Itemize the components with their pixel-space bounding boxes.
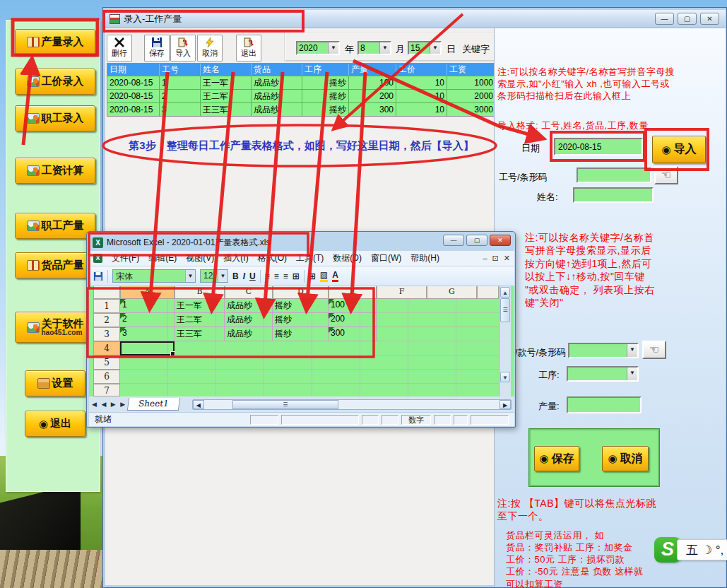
bold-icon[interactable]: B — [232, 271, 239, 281]
exit-button-toolbar[interactable]: 退出 — [236, 35, 261, 61]
align-center-icon[interactable]: ≡ — [274, 271, 279, 281]
row-header-4[interactable]: 4 — [93, 341, 120, 355]
sidebar-item-exit[interactable]: ◉退出 — [25, 411, 85, 437]
corner-select-all[interactable] — [93, 286, 120, 299]
scroll-up-icon[interactable]: ▲ — [500, 287, 510, 298]
save-button[interactable]: 保存 — [144, 35, 170, 61]
scrollbar-thumb[interactable]: ☰ — [232, 400, 338, 409]
cell-A3[interactable]: 3 — [120, 327, 175, 341]
ime-bar[interactable]: S 五 ☽ °, — [654, 537, 727, 563]
row-header-3[interactable]: 3 — [93, 327, 120, 341]
scrollbar-thumb[interactable]: ☰ — [500, 298, 510, 322]
col-header-A[interactable]: A — [120, 286, 175, 299]
chevron-down-icon[interactable]: ▼ — [218, 270, 227, 282]
grid-header[interactable]: 产量 — [349, 64, 396, 76]
table-row[interactable]: 2020-08-151王一军成品纱摇纱100101000 — [107, 76, 496, 89]
active-cell-A4[interactable] — [120, 341, 175, 355]
italic-icon[interactable]: I — [243, 271, 245, 281]
menu-tools[interactable]: 工具(T) — [296, 252, 324, 264]
font-name-select[interactable]: 宋体▼ — [112, 269, 196, 283]
cancel-button-toolbar[interactable]: 取消 — [197, 35, 223, 61]
cell-E1[interactable]: 100 — [329, 299, 377, 313]
col-header-H-partial[interactable] — [477, 286, 499, 299]
menu-edit[interactable]: 编辑(E) — [148, 252, 177, 264]
grid-header[interactable]: 货品 — [252, 64, 302, 76]
sidebar-item-price-entry[interactable]: 工价录入 — [15, 69, 95, 95]
row-header-7[interactable]: 7 — [93, 384, 120, 396]
grid-header[interactable]: 工号 — [160, 64, 201, 76]
cell-B3[interactable]: 王三军 — [175, 327, 225, 341]
cell-A1[interactable]: 1 — [120, 299, 175, 313]
import-button-toolbar[interactable]: 导入 — [170, 35, 196, 61]
chevron-down-icon[interactable]: ▼ — [185, 270, 195, 282]
menu-insert[interactable]: 插入(I) — [223, 252, 248, 264]
sidebar-item-production-entry[interactable]: 产量录入 — [15, 29, 95, 55]
process-select[interactable]: ▼ — [567, 366, 639, 382]
table-row[interactable]: 2020-08-153王三军成品纱摇纱300103000 — [107, 102, 496, 116]
sheet-nav-icons[interactable]: ◀ ◀ ▶ ▶ — [92, 401, 126, 408]
window-titlebar[interactable]: 录入-工作产量 — [105, 10, 726, 28]
horizontal-scrollbar[interactable]: ◀ ☰ ▶ — [192, 399, 512, 410]
close-button[interactable]: ✕ — [700, 13, 719, 25]
table-row[interactable]: 2020-08-152王二军成品纱摇纱200102000 — [107, 89, 496, 102]
row-header-2[interactable]: 2 — [93, 313, 120, 327]
cell-A2[interactable]: 2 — [120, 313, 175, 327]
excel-minimize-button[interactable]: — — [443, 235, 464, 246]
tab-sheet1[interactable]: Sheet1 — [127, 398, 180, 411]
row-header-6[interactable]: 6 — [93, 370, 120, 384]
doc-minimize-icon[interactable]: – — [483, 254, 487, 263]
cell-B2[interactable]: 王二军 — [175, 313, 225, 327]
sidebar-item-salary-calc[interactable]: 工资计算 — [15, 158, 95, 184]
row-header-5[interactable]: 5 — [93, 355, 120, 370]
underline-icon[interactable]: U — [249, 271, 256, 281]
font-size-select[interactable]: 12▼ — [200, 269, 228, 283]
grid-header[interactable]: 姓名 — [201, 64, 252, 76]
menu-help[interactable]: 帮助(H) — [410, 252, 439, 264]
chevron-down-icon[interactable]: ▼ — [328, 42, 338, 54]
import-button[interactable]: ◉导入 — [652, 136, 706, 163]
menu-file[interactable]: 文件(F) — [112, 252, 139, 264]
minimize-button[interactable]: — — [655, 13, 674, 25]
cell-D2[interactable]: 摇纱 — [273, 313, 329, 327]
menu-view[interactable]: 视图(V) — [186, 252, 214, 264]
doc-close-icon[interactable]: ✕ — [504, 254, 510, 263]
cell-C1[interactable]: 成品纱 — [225, 299, 273, 313]
qty-input[interactable] — [567, 396, 642, 413]
cell-C3[interactable]: 成品纱 — [225, 327, 273, 341]
chevron-down-icon[interactable]: ▼ — [627, 344, 637, 357]
date-input[interactable] — [554, 138, 643, 155]
year-select[interactable]: 2020▼ — [296, 41, 340, 55]
grid-header[interactable]: 工价 — [396, 64, 447, 76]
production-grid[interactable]: 日期 工号 姓名 货品 工序 产量 工价 工资 2020-08-151王一军成品… — [107, 63, 497, 117]
excel-sheet-area[interactable]: A B C D E F G 1 2 3 4 5 6 7 1 王一军 成品纱 摇纱… — [89, 286, 514, 396]
sidebar-item-staff-output[interactable]: 职工产量 — [15, 213, 95, 239]
font-color-icon[interactable]: A — [332, 270, 338, 282]
align-right-icon[interactable]: ≡ — [283, 271, 288, 281]
sidebar-item-goods-output[interactable]: 货品产量 — [15, 252, 95, 278]
sidebar-item-settings[interactable]: 设置 — [25, 370, 85, 396]
cell-E3[interactable]: 300 — [329, 327, 377, 341]
sidebar-item-staff-entry[interactable]: 职工录入 — [15, 105, 95, 131]
grid-header[interactable]: 日期 — [107, 64, 160, 76]
delete-row-button[interactable]: 删行 — [107, 35, 132, 61]
col-header-D[interactable]: D — [273, 286, 329, 299]
col-header-G[interactable]: G — [427, 286, 477, 299]
col-header-B[interactable]: B — [175, 286, 225, 299]
day-select[interactable]: 15▼ — [408, 41, 442, 55]
hand-pick-button[interactable]: ☜ — [642, 341, 666, 359]
empno-input[interactable] — [577, 167, 651, 183]
cancel-record-button[interactable]: ◉取消 — [602, 446, 649, 471]
maximize-button[interactable]: ▢ — [678, 13, 697, 25]
doc-restore-icon[interactable]: ⊡ — [492, 254, 499, 263]
cell-D3[interactable]: 摇纱 — [273, 327, 329, 341]
month-select[interactable]: 8▼ — [357, 41, 391, 55]
fill-color-icon[interactable]: ▨ — [320, 270, 328, 282]
menu-format[interactable]: 格式(O) — [258, 252, 287, 264]
borders-icon[interactable]: ⊞ — [309, 271, 316, 281]
chevron-down-icon[interactable]: ▼ — [627, 368, 637, 380]
cell-B1[interactable]: 王一军 — [175, 299, 225, 313]
scroll-left-icon[interactable]: ◀ — [193, 400, 204, 409]
col-header-C[interactable]: C — [225, 286, 273, 299]
name-input[interactable] — [573, 187, 654, 203]
col-header-F[interactable]: F — [377, 286, 427, 299]
